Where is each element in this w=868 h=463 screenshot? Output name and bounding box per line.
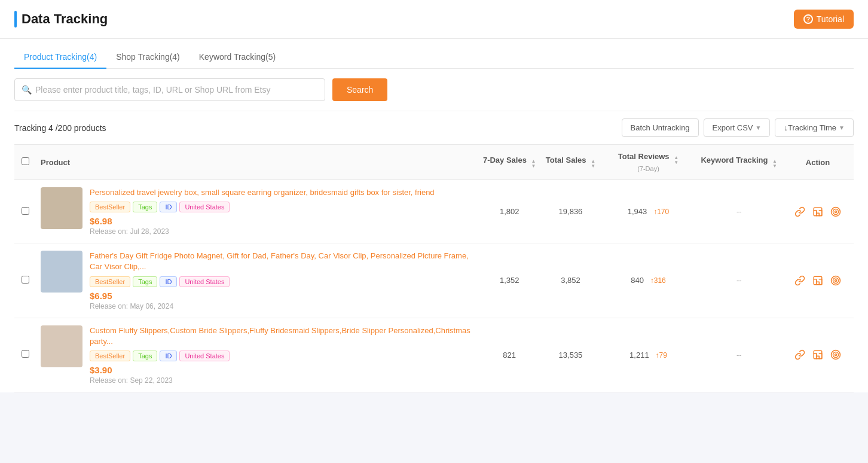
tag: BestSeller [90,202,130,212]
tag: United States [179,351,230,361]
product-image [41,251,82,293]
export-csv-arrow-icon: ▼ [756,124,762,131]
product-title[interactable]: Custom Fluffy Slippers,Custom Bride Slip… [90,325,473,347]
tracking-info: Tracking 4 /200 products [14,123,106,133]
total-reviews: 1,943 ↑170 [600,180,696,243]
table-row: Father's Day Gift Fridge Photo Magnet, G… [14,243,854,318]
svg-rect-0 [814,208,822,216]
action-icons [787,205,849,218]
reviews-base: 840 [631,276,644,285]
product-release-date: Release on: Sep 22, 2023 [90,376,473,385]
tag: United States [179,276,230,287]
product-price: $3.90 [90,365,473,375]
tag: United States [179,202,230,212]
export-csv-button[interactable]: Export CSV ▼ [704,118,771,137]
tags-row: BestSellerTagsIDUnited States [90,202,473,212]
product-image [41,325,82,367]
table-row: Personalized travel jewelry box, small s… [14,180,854,243]
search-input[interactable] [14,78,325,101]
sort-keyword-icon[interactable]: ▲▼ [772,159,777,169]
link-icon[interactable] [793,205,806,218]
tags-row: BestSellerTagsIDUnited States [90,351,473,361]
total-sales: 3,852 [540,243,600,318]
reviews-base: 1,211 [629,351,649,360]
chart-icon[interactable] [811,348,824,361]
action-icons [787,348,849,361]
product-price: $6.98 [90,216,473,226]
keyword-tracking: -- [696,243,782,318]
col-header-action: Action [782,145,854,180]
search-icon: 🔍 [22,85,32,95]
svg-point-6 [833,278,839,283]
svg-rect-8 [814,351,822,360]
reviews-change: ↑79 [655,351,667,360]
total-sales: 13,535 [540,318,600,392]
tag: BestSeller [90,276,130,287]
action-cell [782,243,854,318]
action-icons [787,274,849,287]
sales-7day: 1,352 [478,243,541,318]
tag: Tags [133,351,157,361]
reviews-base: 1,943 [628,207,647,216]
svg-point-11 [835,354,837,356]
product-cell: Personalized travel jewelry box, small s… [41,187,473,236]
sort-total-sales-icon[interactable]: ▲▼ [591,159,595,169]
col-header-keyword-tracking: Keyword Tracking ▲▼ [696,145,782,180]
tutorial-icon: ? [803,14,813,24]
svg-rect-4 [814,276,822,285]
batch-untracking-button[interactable]: Batch Untracking [622,118,699,137]
products-table-wrap: Product 7-Day Sales ▲▼ Total Sales ▲▼ [14,144,854,392]
product-title[interactable]: Father's Day Gift Fridge Photo Magnet, G… [90,251,473,272]
chart-icon[interactable] [811,274,824,287]
action-cell [782,318,854,392]
target-icon[interactable] [829,205,842,218]
product-cell: Custom Fluffy Slippers,Custom Bride Slip… [41,325,473,385]
tag: ID [160,202,177,212]
select-all-checkbox[interactable] [22,157,29,165]
sort-reviews-icon[interactable]: ▲▼ [674,156,678,165]
product-price: $6.95 [90,291,473,301]
product-image [41,187,82,229]
link-icon[interactable] [793,348,806,361]
svg-point-3 [835,211,837,212]
tab-product-tracking[interactable]: Product Tracking(4) [14,46,106,69]
toolbar-actions: Batch Untracking Export CSV ▼ ↓Tracking … [622,118,854,137]
tag: Tags [133,202,157,212]
keyword-tracking: -- [696,180,782,243]
col-header-total-sales: Total Sales ▲▼ [540,145,600,180]
tab-keyword-tracking[interactable]: Keyword Tracking(5) [190,46,285,69]
search-button[interactable]: Search [332,78,387,101]
tracking-time-arrow-icon: ▼ [839,124,845,131]
tabs-bar: Product Tracking(4) Shop Tracking(4) Key… [14,39,854,69]
reviews-change: ↑316 [650,276,666,285]
link-icon[interactable] [793,274,806,287]
tracking-time-button[interactable]: ↓Tracking Time ▼ [775,118,854,137]
table-row: Custom Fluffy Slippers,Custom Bride Slip… [14,318,854,392]
tag: ID [160,276,177,287]
target-icon[interactable] [829,348,842,361]
chart-icon[interactable] [811,205,824,218]
row-checkbox[interactable] [22,207,29,215]
svg-point-7 [835,279,837,281]
tags-row: BestSellerTagsIDUnited States [90,276,473,287]
product-title[interactable]: Personalized travel jewelry box, small s… [90,187,473,198]
target-icon[interactable] [829,274,842,287]
products-table: Product 7-Day Sales ▲▼ Total Sales ▲▼ [14,144,854,392]
total-sales: 19,836 [540,180,600,243]
search-input-wrap: 🔍 [14,78,325,101]
sales-7day: 821 [478,318,541,392]
col-header-total-reviews: Total Reviews ▲▼ (7-Day) [600,145,696,180]
tag: BestSeller [90,351,130,361]
action-cell [782,180,854,243]
row-checkbox[interactable] [22,350,29,358]
col-header-product: Product [36,145,478,180]
sort-7day-icon[interactable]: ▲▼ [531,159,536,169]
tab-shop-tracking[interactable]: Shop Tracking(4) [106,46,190,69]
tag: ID [160,351,177,361]
row-checkbox[interactable] [22,276,29,284]
product-release-date: Release on: Jul 28, 2023 [90,227,473,236]
total-reviews: 840 ↑316 [600,243,696,318]
tutorial-button[interactable]: ? Tutorial [794,10,854,29]
svg-point-10 [833,352,839,358]
product-release-date: Release on: May 06, 2024 [90,302,473,310]
